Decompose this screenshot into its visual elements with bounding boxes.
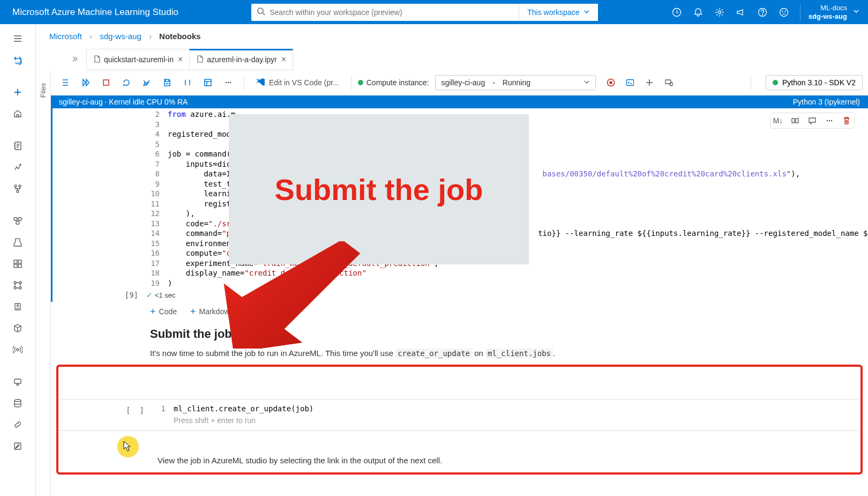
plus-icon[interactable] — [6, 82, 30, 102]
smile-icon[interactable] — [779, 7, 789, 18]
cursor-highlight-icon — [117, 436, 139, 457]
svg-point-44 — [831, 120, 832, 121]
kernel-status-bar: sgilley-ci-aug · Kernel idle CPU 0% RA P… — [51, 95, 868, 108]
endpoints-icon[interactable] — [6, 339, 30, 360]
help-icon[interactable] — [757, 7, 768, 18]
plus-icon: + — [150, 306, 156, 317]
compute-instance-label: Compute instance: — [358, 78, 429, 87]
variables-icon[interactable] — [178, 73, 197, 92]
workspace-search[interactable] — [251, 4, 519, 21]
collapse-icon[interactable] — [56, 73, 74, 92]
components-icon[interactable] — [6, 254, 30, 274]
cell-action-toolbar: M↓ — [770, 113, 855, 129]
svg-rect-30 — [103, 80, 109, 85]
clear-output-icon[interactable] — [138, 73, 156, 92]
markdown-cell[interactable]: View the job in AzureML studio by select… — [58, 455, 860, 469]
chevron-down-icon — [583, 8, 590, 17]
notebook-icon[interactable] — [6, 136, 30, 156]
svg-point-6 — [782, 11, 783, 11]
workspace-selector[interactable]: This workspace — [519, 4, 598, 21]
execution-time: <1 sec — [155, 291, 176, 299]
svg-rect-18 — [14, 264, 17, 268]
markdown-toggle-icon[interactable]: M↓ — [773, 115, 783, 126]
markdown-cell[interactable]: Submit the job It's now time to submit t… — [51, 322, 868, 362]
models-icon[interactable] — [6, 318, 30, 338]
add-compute-icon[interactable] — [642, 75, 657, 90]
svg-point-21 — [19, 282, 21, 284]
expand-panel-icon[interactable] — [70, 55, 78, 64]
restart-icon[interactable] — [117, 73, 136, 92]
pipelines-icon[interactable] — [6, 275, 30, 295]
compute-instance-selector[interactable]: sgilley-ci-aug - Running — [435, 75, 596, 90]
files-panel-tab[interactable]: Files — [36, 70, 51, 496]
close-icon[interactable]: × — [281, 55, 286, 64]
edit-in-vscode-button[interactable]: Edit in VS Code (pr... — [251, 77, 345, 88]
stop-icon[interactable] — [97, 73, 115, 92]
more-icon[interactable] — [824, 115, 835, 126]
manage-compute-icon[interactable] — [661, 75, 676, 90]
search-icon — [257, 7, 265, 17]
back-icon[interactable] — [6, 50, 30, 70]
more-icon[interactable] — [219, 73, 237, 92]
user-menu[interactable]: ML-docs sdg-ws-aug — [800, 4, 860, 21]
file-icon — [93, 55, 101, 64]
terminal-icon[interactable] — [623, 75, 638, 90]
code-cell[interactable]: [ ] 1ml_client.create_or_update(job) Pre… — [58, 399, 860, 431]
svg-rect-14 — [18, 218, 21, 220]
breadcrumb-root[interactable]: Microsoft — [49, 32, 82, 41]
svg-point-33 — [228, 82, 229, 84]
edit-icon[interactable] — [6, 436, 30, 456]
home-icon[interactable] — [6, 103, 30, 124]
clock-icon[interactable] — [671, 7, 682, 18]
bell-icon[interactable] — [693, 7, 704, 18]
svg-rect-27 — [14, 379, 21, 383]
megaphone-icon[interactable] — [736, 7, 746, 18]
tutorial-arrow-icon — [215, 241, 376, 350]
breadcrumb-current: Notebooks — [159, 32, 201, 41]
svg-point-26 — [17, 349, 19, 351]
delete-cell-icon[interactable] — [841, 115, 852, 126]
file-tabs: quickstart-azureml-in × azureml-in-a-day… — [55, 49, 868, 70]
left-nav-sidebar — [0, 24, 36, 496]
data-icon[interactable] — [6, 211, 30, 231]
comment-icon[interactable] — [807, 115, 818, 126]
svg-point-42 — [827, 120, 828, 121]
close-icon[interactable]: × — [178, 55, 183, 64]
kernel-selector[interactable]: Python 3.10 - SDK V2 — [766, 75, 863, 90]
datastores-icon[interactable] — [6, 393, 30, 413]
chevron-right-icon: › — [89, 32, 92, 41]
svg-point-32 — [226, 82, 227, 84]
file-tab-quickstart[interactable]: quickstart-azureml-in × — [86, 49, 190, 70]
add-code-cell-button[interactable]: + Code — [150, 306, 177, 317]
svg-point-12 — [17, 190, 19, 193]
svg-rect-16 — [14, 260, 17, 263]
svg-point-0 — [258, 8, 263, 13]
file-tab-azureml-day[interactable]: azureml-in-a-day.ipyr × — [189, 49, 293, 70]
code-editor[interactable]: 1ml_client.create_or_update(job) Press s… — [152, 403, 860, 427]
svg-point-11 — [19, 185, 21, 187]
chevron-down-icon — [852, 8, 860, 17]
svg-point-4 — [762, 14, 762, 15]
highlighted-region: [ ] 1ml_client.create_or_update(job) Pre… — [56, 365, 863, 475]
split-cell-icon[interactable] — [790, 115, 800, 126]
chevron-right-icon: › — [149, 32, 152, 41]
top-header-bar: Microsoft Azure Machine Learning Studio … — [0, 0, 868, 24]
output-layout-icon[interactable] — [199, 73, 217, 92]
automl-icon[interactable] — [6, 157, 30, 177]
gear-icon[interactable] — [714, 7, 725, 18]
compute-icon[interactable] — [6, 372, 30, 392]
breadcrumb-workspace[interactable]: sdg-ws-aug — [100, 32, 141, 41]
svg-point-22 — [14, 287, 16, 289]
svg-rect-36 — [610, 82, 612, 84]
breadcrumb: Microsoft › sdg-ws-aug › Notebooks — [36, 24, 868, 49]
hamburger-menu-icon[interactable] — [6, 28, 30, 49]
run-all-icon[interactable] — [77, 73, 95, 92]
svg-rect-31 — [205, 79, 211, 86]
linked-services-icon[interactable] — [6, 414, 30, 435]
designer-icon[interactable] — [6, 179, 30, 199]
search-input[interactable] — [270, 8, 514, 17]
jobs-icon[interactable] — [6, 232, 30, 253]
stop-compute-icon[interactable] — [603, 75, 618, 90]
environments-icon[interactable] — [6, 297, 30, 317]
save-icon[interactable] — [158, 73, 176, 92]
